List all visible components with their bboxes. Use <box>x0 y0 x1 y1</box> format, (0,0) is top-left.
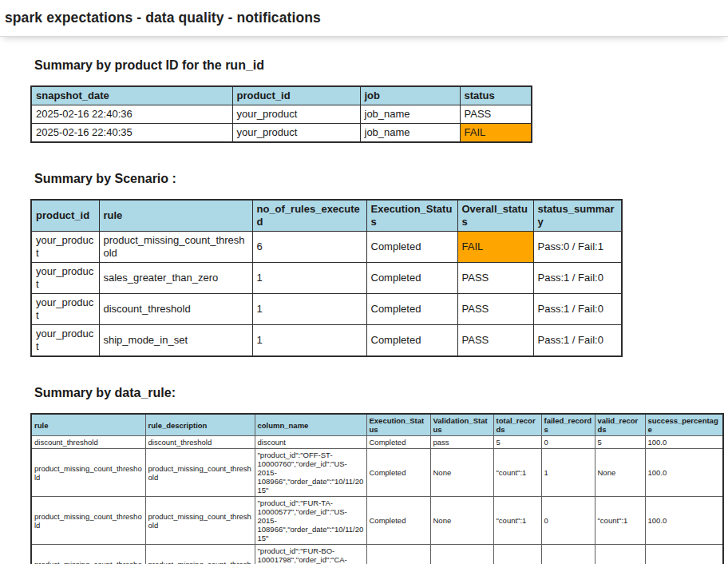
table-cell: 1 <box>252 325 366 357</box>
table-cell: "product_id":"FUR-BO-10001798","order_id… <box>255 545 366 564</box>
table-cell: 2025-02-16 22:40:35 <box>31 124 232 143</box>
table-cell: Pass:1 / Fail:0 <box>533 263 622 294</box>
table-cell: 5 <box>493 436 541 449</box>
column-header-column_name: column_name <box>255 414 366 436</box>
table-cell: discount_threshold <box>99 294 252 325</box>
table-cell: discount_threshold <box>31 436 145 449</box>
table-cell: "count":1 <box>493 497 541 545</box>
table-cell: Completed <box>366 263 457 294</box>
table-cell: 6 <box>252 232 366 263</box>
page-title: spark expectations - data quality - noti… <box>5 10 321 26</box>
table-cell: "product_id":"OFF-ST-10000760","order_id… <box>255 449 366 497</box>
column-header-job: job <box>360 86 460 105</box>
table-cell: 100.0 <box>645 436 723 449</box>
table-cell: product_missing_count_threshold <box>31 497 145 545</box>
table-cell: PASS <box>457 325 533 357</box>
table-row: discount_thresholddiscount_thresholddisc… <box>31 436 723 449</box>
column-header-execution_status: Execution_Status <box>366 414 430 436</box>
product-id-summary-table: snapshot_dateproduct_idjobstatus2025-02-… <box>30 85 532 143</box>
column-header-product_id: product_id <box>31 200 99 232</box>
table-cell: None <box>430 545 493 564</box>
table-cell: product_missing_count_threshold <box>145 449 255 497</box>
section-heading-product-id-summary: Summary by product ID for the run_id <box>34 58 728 73</box>
table-cell: Completed <box>366 232 457 263</box>
column-header-rule_description: rule_description <box>145 414 255 436</box>
column-header-product_id: product_id <box>232 86 360 105</box>
status-cell: FAIL <box>460 124 532 143</box>
section-heading-data-rule-summary: Summary by data_rule: <box>34 386 728 400</box>
table-cell: Completed <box>366 436 430 449</box>
table-cell: 5 <box>595 436 645 449</box>
table-cell: your_product <box>31 294 99 325</box>
table-cell: "count":1 <box>595 545 645 564</box>
column-header-overall_status: Overall_status <box>457 200 533 232</box>
main-content: Summary by product ID for the run_id sna… <box>0 58 728 564</box>
table-cell: Completed <box>366 545 430 564</box>
table-cell: None <box>430 449 493 497</box>
table-cell: 1 <box>541 449 595 497</box>
table-cell: "count":1 <box>493 545 541 564</box>
table-cell: product_missing_count_threshold <box>145 497 255 545</box>
table-cell: "count":1 <box>595 497 645 545</box>
table-cell: your_product <box>31 325 99 357</box>
table-cell: 0 <box>541 497 595 545</box>
column-header-status: status <box>460 86 532 105</box>
status-cell: FAIL <box>457 232 533 263</box>
table-header-row: rulerule_descriptioncolumn_nameExecution… <box>31 414 723 436</box>
data-rule-summary-table: rulerule_descriptioncolumn_nameExecution… <box>30 413 724 564</box>
table-cell: "product_id":"FUR-TA-10000577","order_id… <box>255 497 366 545</box>
section-heading-scenario-summary: Summary by Scenario : <box>34 172 728 186</box>
table-cell: product_missing_count_threshold <box>31 545 145 564</box>
table-row: product_missing_count_thresholdproduct_m… <box>31 497 723 545</box>
table-row: product_missing_count_thresholdproduct_m… <box>31 545 723 564</box>
table-cell: product_missing_count_threshold <box>99 232 252 263</box>
table-row: 2025-02-16 22:40:36your_productjob_nameP… <box>31 105 532 124</box>
table-cell: PASS <box>460 105 532 124</box>
table-cell: Completed <box>366 497 430 545</box>
column-header-rule: rule <box>99 200 252 232</box>
table-cell: 1 <box>252 294 366 325</box>
table-cell: PASS <box>457 294 533 325</box>
section-data-rule-summary: Summary by data_rule: rulerule_descripti… <box>30 386 728 564</box>
table-cell: product_missing_count_threshold <box>31 449 145 497</box>
table-cell: discount_threshold <box>145 436 255 449</box>
table-cell: Completed <box>366 325 457 357</box>
table-cell: your_product <box>232 124 360 143</box>
table-cell: your_product <box>31 263 99 294</box>
column-header-failed_records: failed_records <box>541 414 595 436</box>
table-row: product_missing_count_thresholdproduct_m… <box>31 449 723 497</box>
table-cell: Pass:0 / Fail:1 <box>533 232 622 263</box>
table-cell: 2025-02-16 22:40:36 <box>31 105 232 124</box>
table-cell: 1 <box>252 263 366 294</box>
table-cell: Pass:1 / Fail:0 <box>533 294 622 325</box>
table-cell: 0 <box>541 436 595 449</box>
table-cell: 100.0 <box>645 449 723 497</box>
section-scenario-summary: Summary by Scenario : product_idruleno_o… <box>30 172 728 357</box>
table-cell: 100.0 <box>645 545 723 564</box>
section-product-id-summary: Summary by product ID for the run_id sna… <box>30 58 728 143</box>
table-cell: product_missing_count_threshold <box>145 545 255 564</box>
table-cell: 0 <box>541 545 595 564</box>
column-header-status_summary: status_summary <box>533 200 622 232</box>
table-cell: your_product <box>232 105 360 124</box>
table-header-row: snapshot_dateproduct_idjobstatus <box>31 86 532 105</box>
table-cell: sales_greater_than_zero <box>99 263 252 294</box>
table-cell: Completed <box>366 449 430 497</box>
column-header-execution_status: Execution_Status <box>366 200 457 232</box>
table-cell: discount <box>255 436 366 449</box>
table-row: your_productproduct_missing_count_thresh… <box>31 232 622 263</box>
table-row: your_productsales_greater_than_zero1Comp… <box>31 263 622 294</box>
column-header-total_records: total_records <box>493 414 541 436</box>
column-header-success_percentage: success_percentage <box>645 414 723 436</box>
table-cell: 100.0 <box>645 497 723 545</box>
table-header-row: product_idruleno_of_rules_executedExecut… <box>31 200 622 232</box>
table-cell: ship_mode_in_set <box>99 325 252 357</box>
table-cell: Completed <box>366 294 457 325</box>
column-header-validation_status: Validation_Status <box>430 414 493 436</box>
table-row: your_productdiscount_threshold1Completed… <box>31 294 622 325</box>
page-title-bar: spark expectations - data quality - noti… <box>0 0 728 37</box>
column-header-no_of_rules_executed: no_of_rules_executed <box>252 200 366 232</box>
table-cell: your_product <box>31 232 99 263</box>
table-cell: Pass:1 / Fail:0 <box>533 325 622 357</box>
table-row: your_productship_mode_in_set1CompletedPA… <box>31 325 622 357</box>
